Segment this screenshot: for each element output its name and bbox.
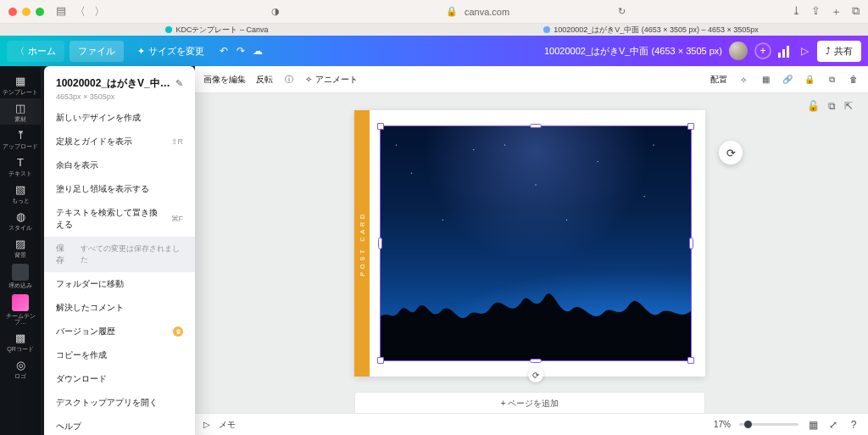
- share-button[interactable]: ⤴ 共有: [817, 41, 861, 62]
- animate-button[interactable]: ✧アニメート: [305, 74, 358, 86]
- trash-icon[interactable]: 🗑: [848, 74, 860, 86]
- grid-view-icon[interactable]: ▦: [807, 419, 819, 431]
- menu-find-replace[interactable]: テキストを検索して置き換える⌘F: [44, 201, 195, 237]
- user-avatar[interactable]: [729, 42, 748, 60]
- notes-icon[interactable]: ▷: [203, 420, 210, 429]
- resize-handle[interactable]: [687, 123, 694, 130]
- redo-icon[interactable]: ↷: [235, 45, 247, 57]
- rail-more[interactable]: ▧もっと: [0, 180, 41, 206]
- menu-move-to-folder[interactable]: フォルダーに移動: [44, 272, 195, 296]
- resize-handle[interactable]: [378, 237, 382, 249]
- resize-handle[interactable]: [377, 357, 384, 364]
- rail-templates[interactable]: ▦テンプレート: [0, 71, 41, 98]
- checker-icon[interactable]: ▦: [760, 74, 771, 86]
- close-window-icon[interactable]: [8, 8, 17, 16]
- add-page-button[interactable]: + ページを追加: [354, 392, 705, 413]
- rail-elements[interactable]: ◫素材: [0, 98, 41, 125]
- pencil-icon[interactable]: ✎: [175, 78, 183, 89]
- menu-label: 保存: [56, 243, 72, 266]
- resize-button[interactable]: ✦ サイズを変更: [129, 41, 213, 62]
- menu-make-copy[interactable]: コピーを作成: [44, 343, 195, 367]
- menu-show-bleed[interactable]: 塗り足し領域を表示する: [44, 177, 195, 201]
- menu-help[interactable]: ヘルプ: [44, 415, 195, 435]
- page-duplicate-icon[interactable]: ⧉: [828, 100, 836, 112]
- menu-version-history[interactable]: バージョン履歴♛: [44, 320, 195, 343]
- share-arrow-icon: ⤴: [826, 46, 831, 56]
- rail-qrcode[interactable]: ▩QRコード: [0, 328, 41, 354]
- shield-icon[interactable]: ◑: [271, 6, 280, 17]
- help-icon[interactable]: ?: [848, 419, 860, 431]
- canvas-area[interactable]: 🔓 ⧉ ⇱ POST CARD: [195, 93, 868, 413]
- rail-background[interactable]: ▨背景: [0, 234, 41, 260]
- selected-image[interactable]: ⟳: [380, 125, 692, 361]
- menu-desktop-app[interactable]: デスクトップアプリを開く: [44, 391, 195, 415]
- home-button[interactable]: 〈 ホーム: [7, 41, 64, 62]
- transparency-icon[interactable]: ⟡: [737, 74, 749, 86]
- file-menu-dimensions: 4653px × 3505px: [44, 92, 195, 106]
- address-bar[interactable]: canva.com: [465, 7, 509, 17]
- save-status: すべての変更は保存されました: [81, 243, 183, 265]
- file-menu-title[interactable]: 10020002_はがきV_中面 (46…: [56, 76, 170, 91]
- notes-label[interactable]: メモ: [219, 419, 236, 431]
- download-icon[interactable]: ⤓: [792, 4, 801, 20]
- window-controls[interactable]: [8, 8, 44, 16]
- insights-icon[interactable]: [778, 44, 792, 58]
- browser-tab-2[interactable]: 10020002_はがきV_中面 (4653 × 3505 px) – 4653…: [434, 25, 868, 36]
- info-icon[interactable]: ⓘ: [283, 74, 295, 86]
- page-lock-icon[interactable]: 🔓: [807, 100, 820, 112]
- resize-handle[interactable]: [689, 237, 693, 249]
- rail-text[interactable]: Tテキスト: [0, 153, 41, 179]
- rail-uploads[interactable]: ⤒アップロード: [0, 125, 41, 152]
- night-sky-photo: [381, 126, 691, 360]
- maximize-window-icon[interactable]: [36, 8, 44, 16]
- document-title[interactable]: 10020002_はがきV_中面 (4653 × 3505 px): [544, 45, 722, 58]
- menu-label: デスクトップアプリを開く: [56, 397, 158, 409]
- minimize-window-icon[interactable]: [22, 8, 31, 16]
- share-top-icon[interactable]: ⇪: [811, 4, 821, 20]
- fullscreen-icon[interactable]: ⤢: [827, 419, 839, 431]
- resize-handle[interactable]: [530, 359, 542, 363]
- sparkle-icon: ✦: [137, 46, 145, 57]
- footer-bar: ▷ メモ 17% ▦ ⤢ ?: [195, 413, 868, 435]
- new-tab-icon[interactable]: ＋: [831, 4, 842, 20]
- file-label: ファイル: [78, 45, 115, 58]
- lock-element-icon[interactable]: 🔒: [804, 74, 815, 86]
- resize-handle[interactable]: [377, 123, 384, 130]
- page-share-icon[interactable]: ⇱: [844, 100, 853, 112]
- menu-resolved-comments[interactable]: 解決したコメント: [44, 296, 195, 320]
- zoom-value[interactable]: 17%: [714, 420, 731, 429]
- present-icon[interactable]: ▷: [798, 45, 810, 57]
- add-collaborator-button[interactable]: +: [754, 42, 771, 59]
- rail-team-templates[interactable]: チームテンプ…: [0, 292, 41, 327]
- sync-styles-button[interactable]: ⟳: [719, 141, 743, 165]
- rail-logo[interactable]: ◎ロゴ: [0, 355, 41, 382]
- resize-handle[interactable]: [687, 357, 694, 364]
- duplicate-icon[interactable]: ⧉: [826, 74, 837, 86]
- resize-label: サイズを変更: [148, 45, 204, 58]
- forward-icon[interactable]: 〉: [94, 4, 105, 20]
- zoom-slider[interactable]: [739, 423, 798, 426]
- animate-label: アニメート: [315, 74, 358, 86]
- zoom-knob[interactable]: [744, 421, 752, 428]
- artboard[interactable]: POST CARD: [354, 110, 705, 376]
- menu-download[interactable]: ダウンロード: [44, 367, 195, 391]
- back-icon[interactable]: 〈: [75, 4, 86, 20]
- sidebar-toggle-icon[interactable]: ▤: [56, 4, 66, 20]
- undo-icon[interactable]: ↶: [218, 45, 230, 57]
- rail-styles[interactable]: ◍スタイル: [0, 207, 41, 233]
- edit-image-button[interactable]: 画像を編集: [203, 74, 246, 86]
- rotate-handle[interactable]: ⟳: [528, 367, 543, 382]
- menu-show-margins[interactable]: 余白を表示: [44, 153, 195, 177]
- position-button[interactable]: 配置: [710, 74, 727, 86]
- link-icon[interactable]: 🔗: [782, 74, 793, 86]
- flip-button[interactable]: 反転: [256, 74, 273, 86]
- resize-handle[interactable]: [530, 124, 542, 128]
- menu-show-rulers[interactable]: 定規とガイドを表示⇧R: [44, 130, 195, 153]
- rail-embed[interactable]: 埋め込み: [0, 261, 41, 291]
- postcard-spine[interactable]: POST CARD: [354, 110, 370, 376]
- tabs-icon[interactable]: ⧉: [852, 4, 860, 20]
- browser-tab-1[interactable]: KDCテンプレート – Canva: [0, 25, 434, 36]
- menu-new-design[interactable]: 新しいデザインを作成: [44, 106, 195, 130]
- reload-icon[interactable]: ↻: [618, 6, 626, 17]
- file-button[interactable]: ファイル: [70, 41, 124, 62]
